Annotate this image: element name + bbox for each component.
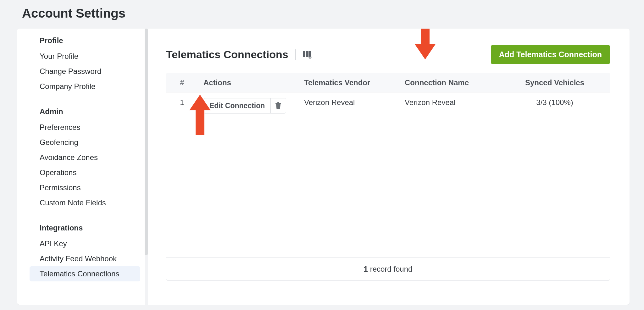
main-content: Telematics Connections Add Telematics Co…: [148, 29, 630, 305]
svg-rect-6: [277, 102, 279, 103]
sidebar-scrollbar-thumb[interactable]: [145, 29, 148, 255]
sidebar-item-telematics-connections[interactable]: Telematics Connections: [30, 266, 140, 281]
cell-name: Verizon Reveal: [399, 92, 500, 119]
col-header-synced[interactable]: Synced Vehicles: [500, 73, 610, 92]
sidebar-heading-integrations: Integrations: [30, 223, 148, 236]
connections-table: # Actions Telematics Vendor Connection N…: [166, 73, 610, 257]
edit-connection-button[interactable]: Edit Connection: [204, 98, 271, 113]
sidebar-item-operations[interactable]: Operations: [30, 165, 140, 180]
col-header-num[interactable]: #: [166, 73, 198, 92]
sidebar-item-preferences[interactable]: Preferences: [30, 120, 140, 135]
connections-table-wrap: # Actions Telematics Vendor Connection N…: [166, 73, 610, 281]
main-title: Telematics Connections: [166, 48, 288, 61]
cell-synced: 3/3 (100%): [500, 92, 610, 119]
svg-rect-0: [303, 51, 305, 57]
cell-num: 1: [166, 92, 198, 119]
sidebar-item-avoidance-zones[interactable]: Avoidance Zones: [30, 150, 140, 165]
col-header-actions[interactable]: Actions: [198, 73, 298, 92]
table-footer: 1 record found: [166, 257, 610, 280]
page-title: Account Settings: [0, 0, 644, 29]
main-header: Telematics Connections Add Telematics Co…: [166, 45, 610, 64]
row-actions-group: Edit Connection: [203, 98, 286, 113]
sidebar-item-activity-feed-webhook[interactable]: Activity Feed Webhook: [30, 251, 140, 266]
sidebar-heading-profile: Profile: [30, 36, 148, 49]
svg-rect-5: [275, 103, 281, 104]
trash-icon: [275, 102, 281, 110]
col-header-name[interactable]: Connection Name: [399, 73, 500, 92]
svg-point-4: [309, 57, 311, 58]
table-header-row: # Actions Telematics Vendor Connection N…: [166, 73, 610, 92]
table-row: 1 Edit Connection: [166, 92, 610, 119]
sidebar-item-company-profile[interactable]: Company Profile: [30, 79, 140, 94]
sidebar-item-api-key[interactable]: API Key: [30, 236, 140, 251]
delete-connection-button[interactable]: [271, 98, 286, 113]
sidebar-item-change-password[interactable]: Change Password: [30, 64, 140, 79]
table-body-spacer: [166, 119, 610, 257]
cell-vendor: Verizon Reveal: [298, 92, 399, 119]
vertical-divider: [295, 49, 296, 60]
main-title-wrap: Telematics Connections: [166, 48, 312, 61]
settings-panel: Profile Your Profile Change Password Com…: [17, 29, 630, 305]
footer-text: record found: [368, 265, 412, 273]
svg-rect-1: [306, 51, 308, 57]
sidebar-item-geofencing[interactable]: Geofencing: [30, 135, 140, 150]
sidebar-item-custom-note-fields[interactable]: Custom Note Fields: [30, 195, 140, 210]
sidebar: Profile Your Profile Change Password Com…: [17, 29, 148, 305]
sidebar-heading-admin: Admin: [30, 107, 148, 120]
footer-count: 1: [364, 265, 368, 273]
sidebar-item-permissions[interactable]: Permissions: [30, 180, 140, 195]
col-header-vendor[interactable]: Telematics Vendor: [298, 73, 399, 92]
sidebar-scrollbar-track[interactable]: [145, 29, 148, 305]
cell-actions: Edit Connection: [198, 92, 298, 119]
sidebar-item-your-profile[interactable]: Your Profile: [30, 49, 140, 64]
add-telematics-connection-button[interactable]: Add Telematics Connection: [491, 45, 610, 64]
columns-settings-icon[interactable]: [303, 50, 312, 59]
